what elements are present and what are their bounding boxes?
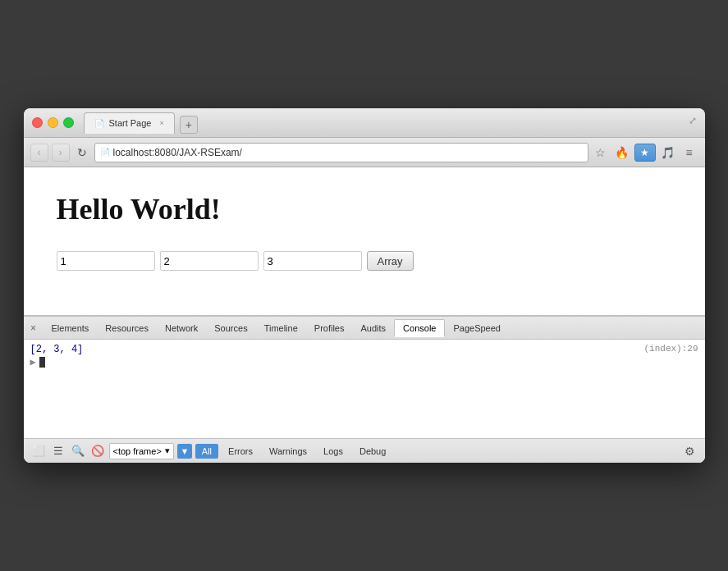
input-field-1[interactable]	[57, 251, 155, 271]
tab-resources[interactable]: Resources	[97, 319, 157, 337]
resize-icon: ⤢	[689, 115, 697, 126]
maximize-button[interactable]	[63, 117, 74, 128]
all-level-button[interactable]: All	[195, 444, 218, 459]
inspect-element-icon[interactable]: ⬜	[30, 443, 47, 459]
close-button[interactable]	[32, 117, 43, 128]
devtools-panel: × Elements Resources Network Sources Tim…	[24, 315, 705, 463]
console-output-value: [2, 3, 4]	[30, 344, 84, 355]
tab-pagespeed[interactable]: PageSpeed	[445, 319, 509, 337]
devtools-close-button[interactable]: ×	[27, 322, 40, 335]
tab-elements[interactable]: Elements	[43, 319, 98, 337]
search-icon[interactable]: 🔍	[70, 443, 86, 459]
forward-button[interactable]: ›	[52, 144, 70, 162]
reload-button[interactable]: ↻	[73, 144, 91, 162]
star-icon[interactable]: ☆	[592, 144, 610, 162]
filter-icon[interactable]: ▼	[177, 444, 192, 459]
console-cursor[interactable]	[39, 357, 45, 368]
title-bar: 📄 Start Page × + ⤢	[24, 108, 705, 138]
settings-gear-icon[interactable]: ⚙	[682, 443, 698, 459]
tab-audits[interactable]: Audits	[353, 319, 395, 337]
frame-selector-arrow: ▾	[165, 445, 170, 456]
list-icon[interactable]: ☰	[50, 443, 66, 459]
console-input-line: ▶	[30, 356, 698, 368]
page-content: Hello World! Array	[24, 167, 705, 315]
tab-console[interactable]: Console	[394, 319, 445, 337]
tab-profiles[interactable]: Profiles	[306, 319, 353, 337]
navigation-toolbar: ‹ › ↻ 📄 localhost:8080/JAX-RSExam/ ☆ 🔥 ★…	[24, 138, 705, 167]
input-field-2[interactable]	[160, 251, 259, 271]
frame-selector-label: <top frame>	[113, 446, 162, 456]
browser-tab[interactable]: 📄 Start Page ×	[84, 112, 175, 134]
logs-level-button[interactable]: Logs	[317, 444, 350, 459]
input-field-3[interactable]	[263, 251, 362, 271]
address-bar-icon: 📄	[100, 148, 110, 157]
no-icon[interactable]: 🚫	[89, 443, 106, 459]
tab-network[interactable]: Network	[157, 319, 206, 337]
console-line-number: (index):29	[643, 344, 698, 355]
console-prompt-icon: ▶	[30, 356, 36, 368]
back-button[interactable]: ‹	[30, 144, 48, 162]
debug-level-button[interactable]: Debug	[353, 444, 392, 459]
tab-title: Start Page	[109, 118, 152, 128]
address-text: localhost:8080/JAX-RSExam/	[113, 147, 583, 158]
devtools-bottom-toolbar: ⬜ ☰ 🔍 🚫 <top frame> ▾ ▼ All Errors Warni…	[24, 438, 705, 463]
tab-close-icon[interactable]: ×	[159, 119, 163, 127]
warnings-level-button[interactable]: Warnings	[263, 444, 314, 459]
tab-bar: 📄 Start Page × +	[84, 112, 198, 134]
frame-selector[interactable]: <top frame> ▾	[109, 443, 174, 459]
array-button[interactable]: Array	[367, 251, 414, 271]
browser-window: 📄 Start Page × + ⤢ ‹ › ↻ 📄 localhost:808…	[24, 108, 705, 463]
minimize-button[interactable]	[48, 117, 58, 128]
new-tab-button[interactable]: +	[180, 116, 198, 134]
tab-sources[interactable]: Sources	[206, 319, 255, 337]
errors-level-button[interactable]: Errors	[222, 444, 259, 459]
address-bar[interactable]: 📄 localhost:8080/JAX-RSExam/	[94, 143, 588, 162]
page-heading: Hello World!	[57, 192, 672, 226]
bookmark-button[interactable]: ★	[634, 144, 656, 162]
puzzle-icon[interactable]: 🎵	[659, 144, 677, 162]
console-area: [2, 3, 4] (index):29 ▶	[24, 340, 705, 438]
menu-icon[interactable]: ≡	[680, 144, 698, 162]
toolbar-icons: ☆ 🔥 ★ 🎵 ≡	[592, 144, 698, 162]
window-controls	[32, 117, 74, 128]
tab-icon: 📄	[94, 119, 104, 128]
flame-icon[interactable]: 🔥	[613, 144, 631, 162]
tab-timeline[interactable]: Timeline	[256, 319, 306, 337]
devtools-tabs: × Elements Resources Network Sources Tim…	[24, 317, 705, 340]
input-row: Array	[57, 251, 672, 271]
console-output-row: [2, 3, 4] (index):29	[30, 343, 698, 356]
